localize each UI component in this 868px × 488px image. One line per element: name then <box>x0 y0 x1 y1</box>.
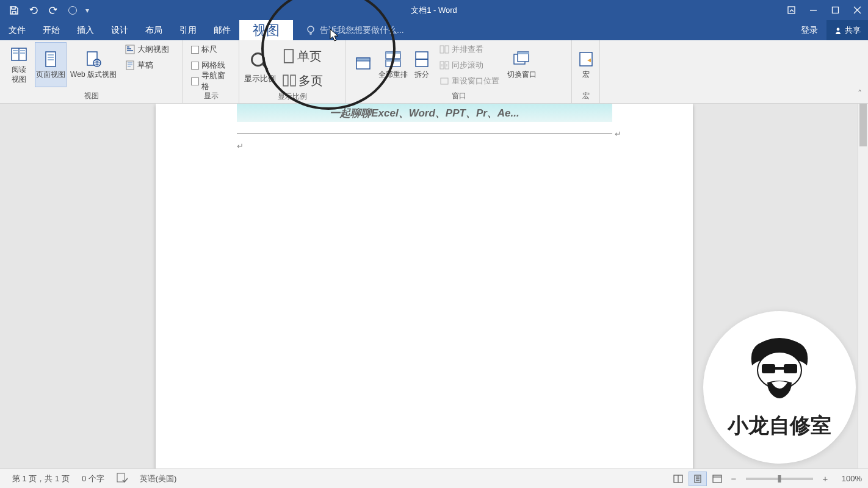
proofing-button[interactable] <box>110 473 134 484</box>
new-window-button[interactable] <box>349 42 377 87</box>
macros-button[interactable]: 宏 <box>575 42 596 87</box>
ribbon-display-options-button[interactable] <box>780 0 802 20</box>
tab-view[interactable]: 视图 <box>239 20 293 40</box>
ribbon-group-macros: 宏 宏 <box>572 40 600 103</box>
tab-mailings[interactable]: 邮件 <box>205 20 239 40</box>
svg-rect-25 <box>386 52 400 54</box>
tab-references[interactable]: 引用 <box>171 20 205 40</box>
draft-view-button[interactable]: 草稿 <box>123 58 172 73</box>
svg-rect-19 <box>283 75 288 86</box>
redo-button[interactable] <box>46 4 60 17</box>
svg-point-17 <box>252 53 264 65</box>
tab-file[interactable]: 文件 <box>0 20 34 40</box>
svg-rect-29 <box>445 46 449 53</box>
svg-rect-16 <box>126 61 134 70</box>
svg-rect-28 <box>440 46 444 53</box>
print-layout-view-button[interactable] <box>689 472 707 486</box>
window-icon <box>353 54 373 74</box>
save-button[interactable] <box>7 4 21 17</box>
ruler-checkbox[interactable]: 标尺 <box>189 42 233 57</box>
close-button[interactable] <box>846 0 868 20</box>
svg-rect-12 <box>48 59 54 60</box>
arrange-icon <box>383 49 403 69</box>
svg-rect-6 <box>13 52 18 54</box>
print-layout-button[interactable]: 页面视图 <box>35 42 67 87</box>
web-layout-view-button[interactable] <box>708 472 726 486</box>
macros-icon <box>576 49 596 69</box>
multi-page-icon <box>283 73 296 88</box>
language-indicator[interactable]: 英语(美国) <box>134 473 183 484</box>
tab-layout[interactable]: 布局 <box>137 20 171 40</box>
paragraph-mark: ↵ <box>615 129 621 138</box>
zoom-slider-thumb[interactable] <box>778 475 781 483</box>
proofing-icon <box>117 473 128 483</box>
svg-rect-35 <box>518 52 529 54</box>
svg-rect-40 <box>775 367 784 370</box>
quick-access-toolbar: ▾ <box>0 4 89 17</box>
sync-scroll-button[interactable]: 同步滚动 <box>437 58 502 73</box>
split-button[interactable]: 拆分 <box>409 42 435 87</box>
svg-rect-26 <box>386 60 400 62</box>
scrollbar-thumb[interactable] <box>859 104 867 146</box>
document-divider <box>237 133 612 134</box>
sync-icon <box>439 60 449 70</box>
tab-home[interactable]: 开始 <box>34 20 68 40</box>
web-layout-button[interactable]: Web 版式视图 <box>67 42 120 87</box>
document-page[interactable]: 一起聊聊Excel、Word、PPT、Pr、Ae... ↵ ↵ <box>156 104 693 468</box>
switch-windows-button[interactable]: 切换窗口 <box>504 42 540 87</box>
avatar-icon <box>740 335 819 408</box>
reset-window-button[interactable]: 重设窗口位置 <box>437 74 502 88</box>
svg-rect-18 <box>284 49 293 63</box>
zoom-button[interactable]: 显示比例 <box>242 45 278 90</box>
navpane-checkbox[interactable]: 导航窗格 <box>189 74 233 88</box>
share-icon <box>834 26 842 35</box>
svg-rect-38 <box>762 364 775 373</box>
side-by-side-button[interactable]: 并排查看 <box>437 42 502 57</box>
zoom-out-button[interactable]: − <box>728 473 740 484</box>
read-mode-button[interactable]: 阅读 视图 <box>3 42 35 87</box>
svg-rect-8 <box>20 52 25 54</box>
tell-me-search[interactable]: 告诉我您想要做什么... <box>293 20 404 40</box>
touch-mode-button[interactable] <box>66 4 79 17</box>
window-controls <box>780 0 868 20</box>
word-count[interactable]: 0 个字 <box>76 473 110 484</box>
ribbon: 阅读 视图 页面视图 Web 版式视图 大纲视图 草稿 视图 <box>0 40 868 104</box>
outline-icon <box>125 45 135 54</box>
svg-rect-5 <box>13 50 18 51</box>
tell-me-placeholder: 告诉我您想要做什么... <box>320 25 404 36</box>
web-page-icon <box>84 49 103 69</box>
zoom-slider[interactable] <box>746 478 813 480</box>
undo-button[interactable] <box>27 4 40 17</box>
share-button[interactable]: 共享 <box>826 20 868 40</box>
switch-icon <box>512 49 532 69</box>
reset-icon <box>439 76 449 86</box>
svg-rect-20 <box>291 75 295 86</box>
page-indicator[interactable]: 第 1 页，共 1 页 <box>6 473 76 484</box>
split-icon <box>412 49 432 69</box>
draft-icon <box>125 60 135 70</box>
outline-view-button[interactable]: 大纲视图 <box>123 42 172 57</box>
svg-rect-1 <box>832 7 838 13</box>
zoom-in-button[interactable]: + <box>819 473 831 484</box>
tab-design[interactable]: 设计 <box>103 20 137 40</box>
svg-rect-39 <box>784 364 797 373</box>
arrange-all-button[interactable]: 全部重排 <box>377 42 409 87</box>
single-page-button[interactable]: 单页 <box>280 47 325 65</box>
svg-rect-7 <box>20 50 25 51</box>
multi-page-button[interactable]: 多页 <box>280 71 325 90</box>
lightbulb-icon <box>305 25 316 36</box>
status-bar: 第 1 页，共 1 页 0 个字 英语(美国) − + 100% <box>0 468 868 488</box>
tab-insert[interactable]: 插入 <box>68 20 103 40</box>
ribbon-group-zoom: 显示比例 单页 多页 显示比例 <box>239 40 346 103</box>
maximize-button[interactable] <box>824 0 846 20</box>
minimize-button[interactable] <box>802 0 824 20</box>
zoom-level[interactable]: 100% <box>833 474 862 483</box>
read-mode-view-button[interactable] <box>669 472 687 486</box>
vertical-scrollbar[interactable] <box>858 104 868 468</box>
collapse-ribbon-button[interactable]: ˄ <box>852 40 868 103</box>
qat-dropdown-button[interactable]: ▾ <box>85 6 89 15</box>
ribbon-tabs: 文件 开始 插入 设计 布局 引用 邮件 视图 告诉我您想要做什么... 登录 … <box>0 20 868 40</box>
login-button[interactable]: 登录 <box>792 25 826 36</box>
svg-rect-44 <box>713 475 722 483</box>
magnifier-icon <box>249 51 271 73</box>
